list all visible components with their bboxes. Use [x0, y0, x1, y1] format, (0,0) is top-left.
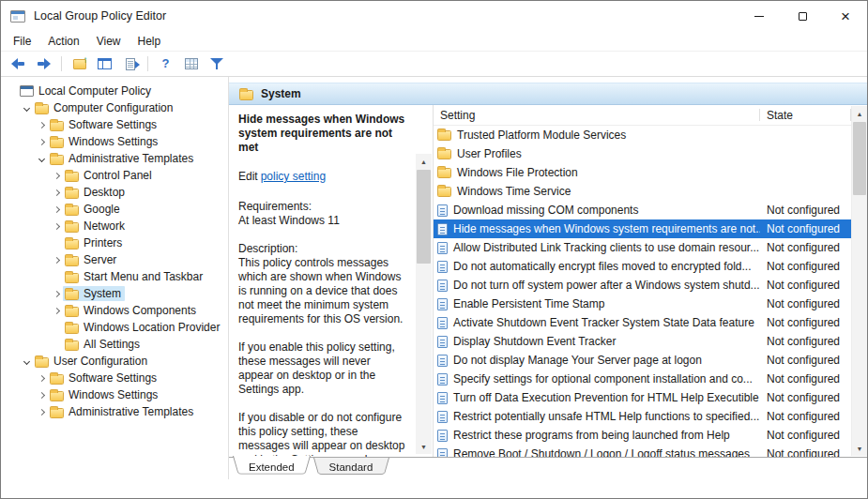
tree-item-label: Start Menu and Taskbar: [84, 270, 203, 283]
folder-icon: [65, 307, 79, 317]
export-list-button[interactable]: [118, 53, 142, 75]
list-item-remove-boot-shutdown-logon-logoff-status-mes[interactable]: Remove Boot / Shutdown / Logon / Logoff …: [434, 445, 851, 457]
list-item-windows-file-protection[interactable]: Windows File Protection: [434, 163, 851, 182]
scroll-down-button[interactable]: [416, 439, 432, 454]
tree-item-windows-components[interactable]: Windows Components: [1, 302, 228, 319]
tree-item-windows-settings[interactable]: Windows Settings: [1, 133, 228, 150]
forward-button[interactable]: [32, 53, 55, 75]
tree-item-desktop[interactable]: Desktop: [1, 184, 228, 201]
list-item-do-not-automatically-encrypt-files-moved-to-[interactable]: Do not automatically encrypt files moved…: [434, 257, 851, 276]
tree-item-control-panel[interactable]: Control Panel: [1, 167, 228, 184]
list-item-hide-messages-when-windows-system-requiremen[interactable]: Hide messages when Windows system requir…: [434, 219, 851, 238]
folder-icon: [50, 374, 64, 385]
list-item-restrict-potentially-unsafe-html-help-functi[interactable]: Restrict potentially unsafe HTML Help fu…: [434, 407, 851, 426]
tree-item-all-settings[interactable]: All Settings: [1, 336, 228, 353]
menu-file[interactable]: File: [5, 31, 39, 51]
tab-standard[interactable]: Standard: [313, 458, 389, 477]
list-item-download-missing-com-components[interactable]: Download missing COM componentsNot confi…: [434, 201, 851, 219]
edit-policy-setting-link[interactable]: policy setting: [261, 170, 326, 183]
close-button[interactable]: [824, 1, 867, 31]
tree-item-network[interactable]: Network: [1, 218, 228, 234]
tree-item-google[interactable]: Google: [1, 201, 228, 218]
list-item-trusted-platform-module-services[interactable]: Trusted Platform Module Services: [434, 126, 851, 144]
chevron-collapsed-icon[interactable]: [50, 304, 63, 317]
tree-item-windows-settings[interactable]: Windows Settings: [1, 386, 228, 403]
chevron-expanded-icon[interactable]: [35, 152, 48, 165]
tree-item-local-computer-policy[interactable]: Local Computer Policy: [1, 83, 228, 99]
chevron-collapsed-icon[interactable]: [50, 169, 63, 182]
scroll-down-button[interactable]: [852, 441, 867, 456]
chevron-collapsed-icon[interactable]: [35, 135, 48, 148]
chevron-expanded-icon[interactable]: [20, 355, 33, 368]
column-header-state[interactable]: State: [760, 105, 851, 125]
policy-icon: [437, 280, 448, 292]
list-item-windows-time-service[interactable]: Windows Time Service: [434, 182, 851, 201]
list-scrollbar-thumb[interactable]: [853, 122, 866, 195]
title-bar: Local Group Policy Editor: [1, 1, 867, 31]
list-item-specify-settings-for-optional-component-inst[interactable]: Specify settings for optional component …: [434, 370, 851, 388]
tree-item-software-settings[interactable]: Software Settings: [1, 370, 228, 386]
folder-icon: [437, 168, 451, 178]
chevron-collapsed-icon[interactable]: [35, 118, 48, 131]
maximize-icon: [799, 12, 807, 21]
tree-item-label: Server: [84, 253, 116, 266]
tree-item-printers[interactable]: Printers: [1, 234, 228, 251]
list-item-enable-persistent-time-stamp[interactable]: Enable Persistent Time StampNot configur…: [434, 295, 851, 313]
description-paragraph: This policy controls messages which are …: [238, 256, 406, 326]
tree-item-label: System: [84, 287, 121, 300]
console-tree-toggle-button[interactable]: [93, 53, 116, 75]
policy-icon: [437, 336, 448, 348]
tree-item-administrative-templates[interactable]: Administrative Templates: [1, 150, 228, 167]
tree-item-system[interactable]: System: [1, 285, 228, 302]
list-item-turn-off-data-execution-prevention-for-html-[interactable]: Turn off Data Execution Prevention for H…: [434, 388, 851, 407]
chevron-collapsed-icon[interactable]: [50, 287, 63, 300]
chevron-collapsed-icon[interactable]: [50, 253, 63, 266]
app-icon: [10, 10, 25, 23]
menu-action[interactable]: Action: [39, 31, 87, 51]
folder-icon: [65, 205, 79, 216]
tree-item-server[interactable]: Server: [1, 251, 228, 268]
details-scrollbar-thumb[interactable]: [417, 170, 431, 264]
maximize-button[interactable]: [781, 1, 824, 31]
chevron-collapsed-icon[interactable]: [50, 203, 63, 216]
extended-view-button[interactable]: [179, 53, 203, 75]
menu-help[interactable]: Help: [129, 31, 170, 51]
chevron-collapsed-icon[interactable]: [35, 405, 48, 418]
question-icon: [160, 57, 172, 70]
chevron-collapsed-icon[interactable]: [50, 186, 63, 199]
up-one-level-button[interactable]: [68, 53, 91, 75]
tree-item-windows-location-provider[interactable]: Windows Location Provider: [1, 319, 228, 336]
tree-item-start-menu-and-taskbar[interactable]: Start Menu and Taskbar: [1, 268, 228, 285]
filter-button[interactable]: [205, 53, 228, 75]
list-item-do-not-turn-off-system-power-after-a-windows[interactable]: Do not turn off system power after a Win…: [434, 276, 851, 295]
tree-item-administrative-templates[interactable]: Administrative Templates: [1, 403, 228, 420]
chevron-collapsed-icon[interactable]: [35, 388, 48, 401]
policy-icon: [437, 355, 448, 367]
tree-item-user-configuration[interactable]: User Configuration: [1, 353, 228, 370]
menu-view[interactable]: View: [88, 31, 129, 51]
back-button[interactable]: [7, 53, 30, 75]
description-paragraph: If you enable this policy setting, these…: [238, 340, 406, 397]
help-button[interactable]: [154, 53, 177, 75]
scroll-up-button[interactable]: [852, 106, 867, 121]
list-item-activate-shutdown-event-tracker-system-state[interactable]: Activate Shutdown Event Tracker System S…: [434, 313, 851, 332]
policy-icon: [437, 261, 448, 273]
setting-state: Not configured: [760, 447, 851, 457]
scroll-up-button[interactable]: [416, 154, 432, 169]
tree-item-computer-configuration[interactable]: Computer Configuration: [1, 99, 228, 116]
minimize-button[interactable]: [738, 1, 781, 31]
list-item-user-profiles[interactable]: User Profiles: [434, 144, 851, 163]
list-item-do-not-display-manage-your-server-page-at-lo[interactable]: Do not display Manage Your Server page a…: [434, 351, 851, 370]
list-item-allow-distributed-link-tracking-clients-to-u[interactable]: Allow Distributed Link Tracking clients …: [434, 238, 851, 257]
folder-icon: [65, 172, 79, 182]
tree-item-software-settings[interactable]: Software Settings: [1, 116, 228, 133]
chevron-collapsed-icon[interactable]: [50, 219, 63, 233]
chevron-expanded-icon[interactable]: [20, 101, 33, 114]
list-scrollbar[interactable]: [851, 106, 867, 456]
chevron-collapsed-icon[interactable]: [35, 371, 48, 385]
tab-extended[interactable]: Extended: [233, 458, 311, 477]
column-header-setting[interactable]: Setting: [434, 105, 760, 125]
list-item-display-shutdown-event-tracker[interactable]: Display Shutdown Event TrackerNot config…: [434, 332, 851, 351]
details-scrollbar[interactable]: [416, 154, 432, 454]
list-item-restrict-these-programs-from-being-launched-[interactable]: Restrict these programs from being launc…: [434, 426, 851, 445]
